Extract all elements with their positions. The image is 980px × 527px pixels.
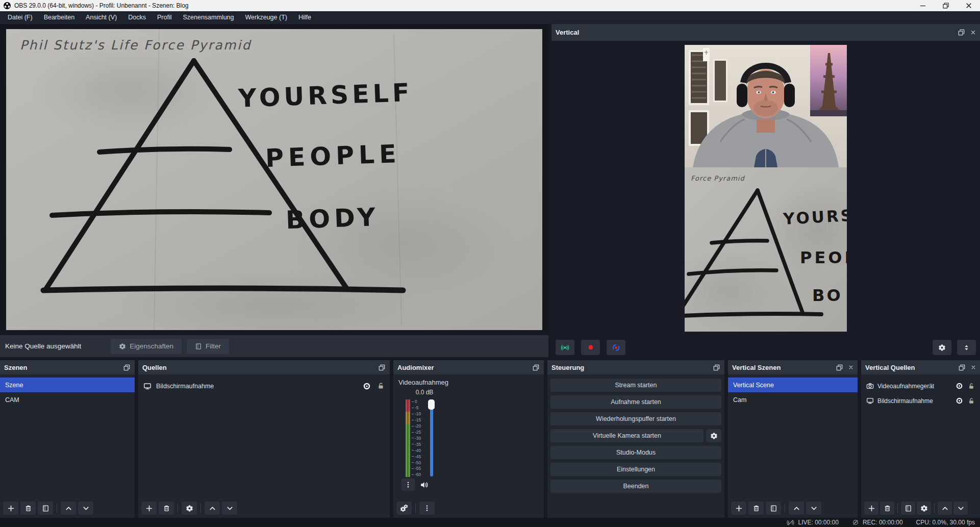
menu-datei[interactable]: Datei (F) bbox=[2, 11, 38, 24]
eye-icon[interactable] bbox=[956, 382, 963, 390]
quellen-header[interactable]: Quellen bbox=[138, 360, 390, 374]
szenen-header[interactable]: Szenen bbox=[0, 360, 135, 374]
vertical-dock-header[interactable]: Vertical bbox=[551, 24, 980, 41]
move-source-down-button[interactable] bbox=[953, 501, 968, 515]
vertical-quellen-header[interactable]: Vertical Quellen bbox=[861, 360, 980, 374]
volume-slider[interactable] bbox=[430, 401, 433, 476]
popup-dock-icon[interactable] bbox=[836, 364, 843, 371]
replay-buffer-button[interactable]: Wiederholungspuffer starten bbox=[550, 412, 721, 425]
scene-filters-button[interactable] bbox=[38, 501, 53, 515]
virtual-camera-config-button[interactable] bbox=[706, 429, 721, 442]
settings-button[interactable]: Einstellungen bbox=[550, 463, 721, 476]
stream-start-button[interactable]: Stream starten bbox=[550, 379, 721, 392]
remove-source-button[interactable] bbox=[159, 501, 174, 515]
vsource-item-videoaufnahmegeraet[interactable]: Videoaufnahmegerät bbox=[861, 379, 980, 393]
move-scene-down-button[interactable] bbox=[78, 501, 93, 515]
double-gear-icon bbox=[400, 504, 408, 512]
vsource-item-bildschirmaufnahme[interactable]: Bildschirmaufnahme bbox=[861, 393, 980, 408]
vertical-stream-button[interactable] bbox=[556, 340, 574, 355]
unlock-icon[interactable] bbox=[968, 397, 975, 405]
unlock-icon[interactable] bbox=[377, 382, 385, 390]
steuerung-header[interactable]: Steuerung bbox=[547, 360, 724, 374]
advanced-audio-button[interactable] bbox=[396, 501, 412, 515]
vertical-szenen-header[interactable]: Vertical Szenen bbox=[728, 360, 858, 374]
exit-button[interactable]: Beenden bbox=[550, 480, 721, 493]
chevron-up-icon bbox=[941, 505, 949, 512]
selected-source-status: Keine Quelle ausgewählt bbox=[5, 342, 81, 350]
speaker-icon[interactable] bbox=[420, 481, 429, 489]
menu-docks[interactable]: Docks bbox=[122, 11, 152, 24]
unlock-icon[interactable] bbox=[968, 383, 975, 390]
move-source-down-button[interactable] bbox=[222, 501, 237, 515]
vertical-backtrack-button[interactable] bbox=[607, 340, 625, 355]
virtual-camera-button[interactable]: Virtuelle Kamera starten bbox=[550, 429, 703, 442]
move-scene-up-button[interactable] bbox=[789, 501, 804, 515]
pyramid-crop-video: YOURSE PEOP BO Force Pyramid bbox=[685, 167, 847, 332]
audiomixer-header[interactable]: Audiomixer bbox=[393, 360, 544, 374]
add-scene-button[interactable] bbox=[731, 501, 746, 515]
mixer-kebab-button[interactable] bbox=[401, 479, 415, 491]
vertical-switch-button[interactable] bbox=[957, 340, 976, 355]
crop-word-yourself: YOURSE bbox=[782, 205, 847, 228]
source-properties-button[interactable] bbox=[917, 501, 931, 515]
vertical-toolbar bbox=[551, 335, 980, 360]
rec-off-icon bbox=[852, 519, 859, 526]
remove-source-button[interactable] bbox=[880, 501, 894, 515]
menu-ansicht[interactable]: Ansicht (V) bbox=[80, 11, 122, 24]
move-source-up-button[interactable] bbox=[938, 501, 952, 515]
close-button[interactable] bbox=[957, 0, 980, 11]
studio-mode-button[interactable]: Studio-Modus bbox=[550, 446, 721, 459]
menu-szenensammlung[interactable]: Szenensammlung bbox=[177, 11, 239, 24]
source-properties-button[interactable] bbox=[182, 501, 197, 515]
record-start-button[interactable]: Aufnahme starten bbox=[550, 395, 721, 409]
db-tick: -5 bbox=[412, 406, 421, 410]
popup-dock-icon[interactable] bbox=[123, 364, 131, 371]
source-label: Videoaufnahmegerät bbox=[877, 383, 934, 390]
scene-item-szene[interactable]: Szene bbox=[0, 378, 135, 392]
vertical-record-button[interactable] bbox=[581, 340, 600, 355]
titlebar: OBS 29.0.0 (64-bit, windows) - Profil: U… bbox=[0, 0, 980, 11]
mixer-menu-button[interactable] bbox=[419, 501, 435, 515]
minimize-button[interactable] bbox=[911, 0, 934, 11]
gear-icon bbox=[920, 505, 928, 512]
eye-icon[interactable] bbox=[956, 397, 963, 405]
add-scene-button[interactable] bbox=[3, 501, 18, 515]
add-source-button[interactable] bbox=[864, 501, 878, 515]
popup-dock-icon[interactable] bbox=[532, 364, 540, 371]
vertical-scene-item-cam[interactable]: Cam bbox=[728, 392, 858, 407]
source-filters-button[interactable] bbox=[901, 501, 915, 515]
chevron-up-icon bbox=[793, 505, 800, 512]
popup-dock-icon[interactable] bbox=[958, 364, 966, 371]
move-source-up-button[interactable] bbox=[205, 501, 220, 515]
crop-word-body: BO bbox=[812, 286, 843, 305]
popup-dock-icon[interactable] bbox=[713, 364, 720, 371]
menu-werkzeuge[interactable]: Werkzeuge (T) bbox=[240, 11, 293, 24]
popup-dock-icon[interactable] bbox=[378, 364, 386, 371]
move-scene-down-button[interactable] bbox=[806, 501, 821, 515]
vertical-scene-item[interactable]: Vertical Scene bbox=[728, 378, 858, 392]
close-dock-icon[interactable] bbox=[848, 365, 853, 370]
restore-button[interactable] bbox=[934, 0, 957, 11]
db-scale: 0 -5 -10 -15 -20 -25 -30 -35 -40 -45 -50… bbox=[412, 399, 421, 477]
menu-hilfe[interactable]: Hilfe bbox=[293, 11, 317, 24]
close-dock-icon[interactable] bbox=[970, 30, 976, 35]
scene-item-cam[interactable]: CAM bbox=[0, 392, 135, 407]
popup-dock-icon[interactable] bbox=[958, 29, 965, 36]
eye-icon[interactable] bbox=[363, 382, 371, 390]
add-source-button[interactable] bbox=[141, 501, 157, 515]
move-scene-up-button[interactable] bbox=[61, 501, 76, 515]
remove-scene-button[interactable] bbox=[20, 501, 36, 515]
preview-canvas[interactable]: YOURSELF PEOPLE BODY Phil Stutz's Life F… bbox=[6, 29, 542, 330]
close-dock-icon[interactable] bbox=[971, 365, 976, 370]
vertical-settings-button[interactable] bbox=[933, 340, 951, 355]
vertical-quellen-title: Vertical Quellen bbox=[865, 364, 915, 371]
remove-scene-button[interactable] bbox=[748, 501, 764, 515]
properties-button[interactable]: Eigenschaften bbox=[111, 339, 182, 354]
source-item-bildschirmaufnahme[interactable]: Bildschirmaufnahme bbox=[138, 379, 390, 393]
filter-button[interactable]: Filter bbox=[187, 339, 229, 354]
menu-profil[interactable]: Profil bbox=[152, 11, 177, 24]
volume-slider-handle[interactable] bbox=[428, 399, 435, 410]
menu-bearbeiten[interactable]: Bearbeiten bbox=[38, 11, 80, 24]
scene-filters-button[interactable] bbox=[766, 501, 781, 515]
vertical-preview[interactable]: YOURSE PEOP BO Force Pyramid bbox=[685, 45, 847, 332]
